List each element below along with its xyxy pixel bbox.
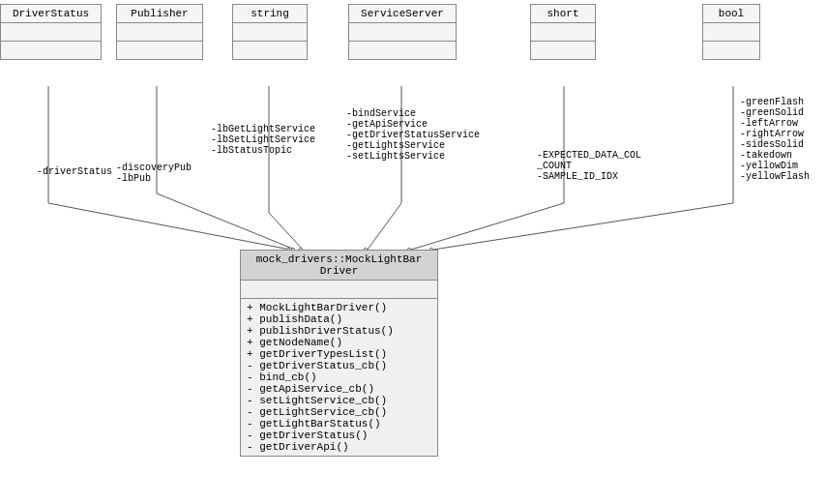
method-10: - getLightService_cb() — [247, 406, 431, 418]
method-12: - getDriverStatus() — [247, 430, 431, 441]
method-7: - bind_cb() — [247, 371, 431, 383]
box-driverstatus-s2 — [1, 42, 101, 59]
box-string-s2 — [233, 42, 307, 59]
box-driverstatus-header: DriverStatus — [1, 5, 101, 23]
box-main-header: mock_drivers::MockLightBarDriver — [241, 251, 437, 281]
method-13: - getDriverApi() — [247, 441, 431, 453]
label-serviceserver: -bindService-getApiService-getDriverStat… — [346, 108, 480, 162]
label-bool: -greenFlash-greenSolid-leftArrow-rightAr… — [740, 97, 810, 182]
method-2: + publishData() — [247, 313, 431, 325]
method-5: + getDriverTypesList() — [247, 348, 431, 360]
method-11: - getLightBarStatus() — [247, 418, 431, 430]
svg-line-1 — [48, 203, 290, 250]
box-string-s1 — [233, 23, 307, 42]
label-short: -EXPECTED_DATA_COL_COUNT-SAMPLE_ID_IDX — [537, 150, 641, 182]
svg-line-16 — [433, 203, 733, 250]
label-driverstatus: -driverStatus — [37, 166, 112, 177]
box-bool: bool — [702, 4, 760, 60]
box-short-s2 — [531, 42, 595, 59]
svg-line-4 — [157, 193, 295, 250]
method-9: - setLightService_cb() — [247, 395, 431, 406]
box-short: short — [530, 4, 596, 60]
method-8: - getApiService_cb() — [247, 383, 431, 395]
box-main-methods: + MockLightBarDriver() + publishData() +… — [241, 299, 437, 456]
diagram-container: DriverStatus Publisher string ServiceSer… — [0, 0, 827, 504]
box-publisher-header: Publisher — [117, 5, 202, 23]
box-driverstatus-s1 — [1, 23, 101, 42]
label-discoverypub: -discoveryPub-lbPub — [116, 163, 192, 184]
box-publisher-s2 — [117, 42, 202, 59]
box-serviceserver-s1 — [349, 23, 456, 42]
svg-line-13 — [411, 203, 564, 250]
box-publisher: Publisher — [116, 4, 203, 60]
box-serviceserver-s2 — [349, 42, 456, 59]
box-publisher-s1 — [117, 23, 202, 42]
method-1: + MockLightBarDriver() — [247, 302, 431, 313]
box-serviceserver-header: ServiceServer — [349, 5, 456, 23]
method-3: + publishDriverStatus() — [247, 325, 431, 337]
box-string-header: string — [233, 5, 307, 23]
box-bool-s1 — [703, 23, 759, 42]
box-serviceserver: ServiceServer — [348, 4, 457, 60]
box-bool-header: bool — [703, 5, 759, 23]
box-short-s1 — [531, 23, 595, 42]
svg-line-10 — [368, 203, 401, 250]
box-short-header: short — [531, 5, 595, 23]
box-bool-s2 — [703, 42, 759, 59]
label-lbservices: -lbGetLightService-lbSetLightService-lbS… — [211, 124, 315, 156]
box-main-empty — [241, 281, 437, 299]
box-string: string — [232, 4, 308, 60]
method-6: - getDriverStatus_cb() — [247, 360, 431, 371]
method-4: + getNodeName() — [247, 337, 431, 348]
svg-line-7 — [269, 213, 303, 250]
box-driverstatus: DriverStatus — [0, 4, 102, 60]
box-main: mock_drivers::MockLightBarDriver + MockL… — [240, 250, 438, 457]
